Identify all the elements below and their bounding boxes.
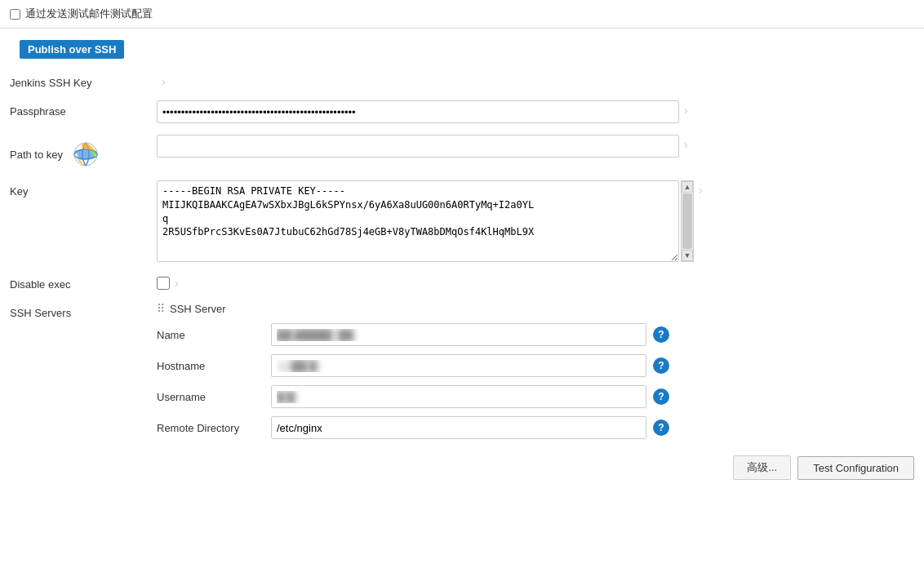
ssh-servers-label: SSH Servers [10,302,157,319]
disable-exec-arrow: › [175,273,179,290]
advanced-button[interactable]: 高级... [733,455,791,480]
globe-icon [71,140,100,169]
top-label: 通过发送测试邮件测试配置 [25,7,153,21]
remote-dir-help-icon[interactable]: ? [653,420,669,436]
key-arrow: › [699,180,703,197]
server-fields: Name ? Hostname ? Username ? [157,323,914,439]
key-control: -----BEGIN RSA PRIVATE KEY----- MIIJKQIB… [157,180,914,262]
server-hostname-row: Hostname ? [157,354,914,377]
ssh-server-box: ⠿ SSH Server Name ? Hostname ? [157,302,914,447]
disable-exec-checkbox[interactable] [157,277,170,290]
ssh-servers-row: SSH Servers ⠿ SSH Server Name ? Hostname [10,302,914,447]
jenkins-ssh-key-label: Jenkins SSH Key [10,72,157,89]
section-header-container: Publish over SSH [0,29,924,72]
passphrase-label: Passphrase [10,100,157,118]
server-name-input[interactable] [271,323,646,346]
server-remote-dir-row: Remote Directory ? [157,416,914,439]
server-name-label: Name [157,329,271,341]
path-to-key-control: › [157,135,914,158]
server-remote-dir-input[interactable] [271,416,646,439]
path-to-key-text: Path to key [10,149,63,161]
passphrase-control: › [157,100,914,123]
grid-icon: ⠿ [157,302,165,315]
test-configuration-button[interactable]: Test Configuration [797,456,914,480]
passphrase-row: Passphrase › [10,100,914,123]
key-row: Key -----BEGIN RSA PRIVATE KEY----- MIIJ… [10,180,914,262]
passphrase-arrow: › [684,100,688,117]
name-help-icon[interactable]: ? [653,326,669,343]
section-title: Publish over SSH [20,40,124,59]
key-textarea[interactable]: -----BEGIN RSA PRIVATE KEY----- MIIJKQIB… [157,180,679,262]
buttons-row: 高级... Test Configuration [0,447,924,488]
key-label: Key [10,180,157,198]
disable-exec-label: Disable exec [10,273,157,291]
passphrase-input[interactable] [157,100,679,123]
form-area: Jenkins SSH Key › Passphrase › Path to k… [0,72,924,447]
disable-exec-row: Disable exec › [10,273,914,291]
username-help-icon[interactable]: ? [653,388,669,405]
server-username-row: Username ? [157,385,914,408]
scroll-thumb[interactable] [682,193,692,249]
server-hostname-input[interactable] [271,354,646,377]
server-name-row: Name ? [157,323,914,346]
jenkins-ssh-key-row: Jenkins SSH Key › [10,72,914,89]
top-bar: 通过发送测试邮件测试配置 [0,0,924,29]
jenkins-ssh-key-arrow: › [162,72,166,88]
hostname-help-icon[interactable]: ? [653,357,669,374]
scroll-up-arrow[interactable]: ▲ [682,181,693,193]
server-username-input[interactable] [271,385,646,408]
top-checkbox[interactable] [10,9,20,20]
key-scrollbar[interactable]: ▲ ▼ [681,180,694,262]
path-to-key-input[interactable] [157,135,679,158]
jenkins-ssh-key-control: › [157,72,914,88]
scroll-down-arrow[interactable]: ▼ [682,250,693,261]
server-hostname-label: Hostname [157,360,271,372]
path-to-key-arrow: › [684,135,688,151]
server-remote-dir-label: Remote Directory [157,422,271,434]
disable-exec-control: › [157,273,914,290]
server-username-label: Username [157,391,271,403]
ssh-server-title: SSH Server [170,303,226,315]
path-to-key-label: Path to key [10,135,157,169]
path-to-key-row: Path to key [10,135,914,169]
ssh-server-header: ⠿ SSH Server [157,302,914,315]
